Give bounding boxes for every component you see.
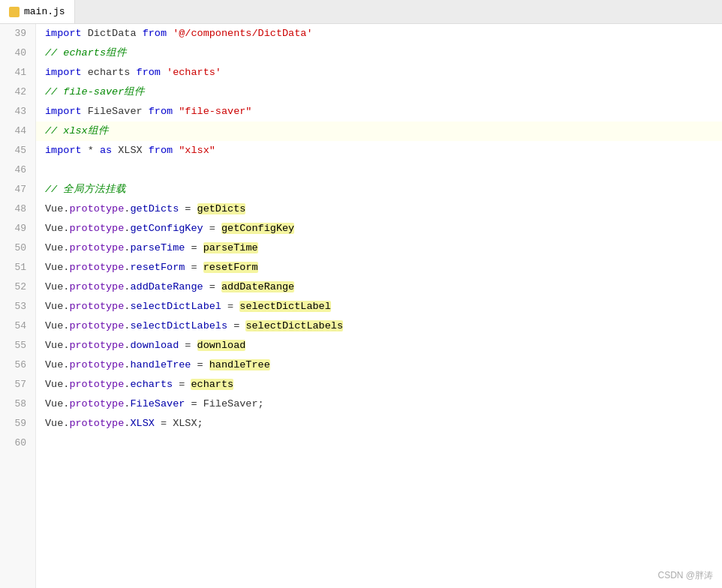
plain-token: echarts: [191, 375, 233, 394]
plain-token: XLSX: [118, 141, 149, 160]
plain-token: .: [124, 394, 130, 414]
table-row: import * as XLSX from "xlsx": [36, 141, 722, 160]
plain-token: .: [124, 336, 130, 356]
tab-bar: main.js: [0, 0, 722, 24]
plain-token: =: [185, 238, 203, 258]
table-row: [36, 434, 722, 453]
plain-token: =: [185, 258, 203, 278]
comment-token: // 全局方法挂载: [45, 180, 126, 200]
plain-token: FileSaver: [88, 102, 149, 122]
plain-token: .: [124, 278, 130, 297]
highlighted-token: getDicts: [197, 203, 246, 214]
highlighted-token: resetForm: [203, 262, 258, 273]
table-row: // xlsx组件: [36, 122, 722, 141]
line-number: 55: [6, 336, 26, 356]
plain-token: Vue.: [45, 297, 69, 316]
keyword-token: import: [45, 141, 88, 160]
highlighted-token: selectDictLabel: [239, 301, 331, 312]
editor-container: main.js 39404142434445464748495051525354…: [0, 0, 722, 588]
keyword-token: import: [45, 102, 88, 122]
keyword-token: from: [149, 102, 179, 122]
table-row: // file-saver组件: [36, 82, 722, 102]
plain-token: .: [124, 414, 130, 434]
method-token: selectDictLabel: [130, 297, 221, 316]
highlighted-token: handleTree: [209, 359, 270, 370]
highlighted-token: selectDictLabels: [245, 320, 343, 332]
string-token: "xlsx": [179, 141, 215, 160]
keyword-token: from: [149, 141, 179, 160]
js-icon: [9, 7, 20, 17]
line-number: 46: [6, 160, 26, 180]
line-number: 42: [6, 82, 26, 102]
method-token: XLSX: [130, 414, 154, 434]
code-lines: import DictData from '@/components/DictD…: [36, 24, 722, 588]
highlighted-token: getConfigKey: [221, 223, 294, 234]
line-number: 57: [6, 375, 26, 394]
table-row: Vue.prototype.FileSaver = FileSaver;: [36, 394, 722, 414]
method-token: selectDictLabels: [130, 316, 227, 336]
plain-token: echarts: [88, 63, 137, 82]
highlighted-token: parseTime: [203, 242, 258, 254]
method-token: FileSaver: [130, 394, 185, 414]
prototype-token: prototype: [69, 238, 124, 258]
comment-token: // xlsx组件: [45, 122, 109, 141]
plain-token: .: [124, 356, 130, 375]
plain-token: handleTree: [209, 356, 270, 375]
plain-token: selectDictLabel: [239, 297, 331, 316]
table-row: [36, 160, 722, 180]
plain-token: =: [203, 219, 221, 238]
method-token: addDateRange: [130, 278, 203, 297]
plain-token: DictData: [88, 24, 143, 44]
comment-token: // file-saver组件: [45, 82, 145, 102]
method-token: handleTree: [130, 356, 191, 375]
prototype-token: prototype: [69, 316, 124, 336]
plain-token: Vue.: [45, 356, 69, 375]
plain-token: selectDictLabels: [245, 316, 343, 336]
plain-token: .: [124, 200, 130, 219]
table-row: Vue.prototype.selectDictLabels = selectD…: [36, 316, 722, 336]
line-number: 49: [6, 219, 26, 238]
plain-token: resetForm: [203, 258, 258, 278]
table-row: import echarts from 'echarts': [36, 63, 722, 82]
prototype-token: prototype: [69, 219, 124, 238]
plain-token: Vue.: [45, 336, 69, 356]
line-number: 39: [6, 24, 26, 44]
prototype-token: prototype: [69, 414, 124, 434]
main-tab[interactable]: main.js: [0, 0, 75, 23]
prototype-token: prototype: [69, 258, 124, 278]
string-token: 'echarts': [167, 63, 221, 82]
prototype-token: prototype: [69, 375, 124, 394]
plain-token: *: [88, 141, 100, 160]
method-token: download: [130, 336, 179, 356]
table-row: Vue.prototype.XLSX = XLSX;: [36, 414, 722, 434]
comment-token: // echarts组件: [45, 44, 127, 63]
plain-token: Vue.: [45, 394, 69, 414]
plain-token: .: [124, 238, 130, 258]
plain-token: =: [179, 200, 197, 219]
highlighted-token: download: [197, 340, 246, 351]
line-number: 51: [6, 258, 26, 278]
line-number: 44: [6, 122, 26, 141]
plain-token: getConfigKey: [221, 219, 294, 238]
highlighted-token: echarts: [191, 379, 233, 390]
watermark: CSDN @胖涛: [657, 569, 713, 582]
keyword-token: import: [45, 63, 88, 82]
table-row: // 全局方法挂载: [36, 180, 722, 200]
prototype-token: prototype: [69, 336, 124, 356]
line-number: 47: [6, 180, 26, 200]
prototype-token: prototype: [69, 394, 124, 414]
plain-token: parseTime: [203, 238, 258, 258]
line-number: 40: [6, 44, 26, 63]
plain-token: = FileSaver;: [185, 394, 263, 414]
code-area: 3940414243444546474849505152535455565758…: [0, 24, 722, 588]
line-number: 58: [6, 394, 26, 414]
plain-token: =: [173, 375, 191, 394]
prototype-token: prototype: [69, 278, 124, 297]
plain-token: =: [179, 336, 197, 356]
plain-token: =: [221, 297, 239, 316]
table-row: Vue.prototype.handleTree = handleTree: [36, 356, 722, 375]
plain-token: =: [227, 316, 245, 336]
tab-label: main.js: [24, 6, 65, 17]
line-number: 41: [6, 63, 26, 82]
line-number: 60: [6, 434, 26, 453]
